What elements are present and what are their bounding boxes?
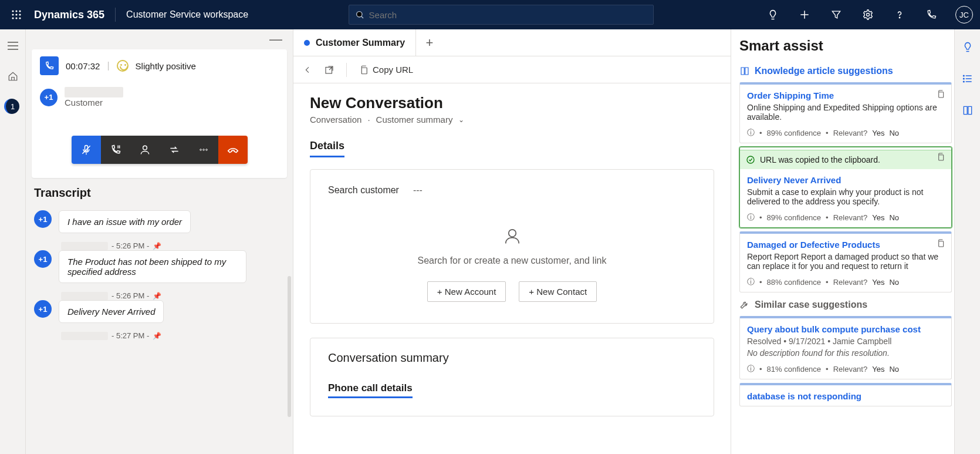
call-phone-icon xyxy=(40,56,59,75)
plus-icon[interactable] xyxy=(797,7,812,22)
hamburger-icon[interactable] xyxy=(5,38,21,54)
customer-search-panel: Search customer --- Search for or create… xyxy=(310,169,714,324)
kb-card[interactable]: Damaged or Defective Products Report Rep… xyxy=(739,231,952,292)
crumb-conversation: Conversation xyxy=(310,115,361,125)
phone-icon[interactable] xyxy=(924,7,939,22)
mute-button[interactable] xyxy=(72,136,101,164)
hold-button[interactable] xyxy=(101,136,130,164)
popout-button[interactable] xyxy=(324,65,334,75)
copy-icon[interactable] xyxy=(936,89,945,101)
case-title[interactable]: Query about bulk compute purchase cost xyxy=(747,324,944,334)
lightbulb-icon[interactable] xyxy=(765,7,780,22)
app-launcher-icon[interactable] xyxy=(7,5,26,24)
phone-call-details-tab[interactable]: Phone call details xyxy=(328,382,413,398)
person-icon xyxy=(503,227,521,245)
smart-assist-panel: Smart assist Knowledge article suggestio… xyxy=(731,29,954,454)
msg-text: Delivery Never Arrived xyxy=(59,300,164,323)
top-nav: Dynamics 365 Customer Service workspace … xyxy=(0,0,980,29)
kb-title[interactable]: Damaged or Defective Products xyxy=(747,240,944,250)
search-customer-value[interactable]: --- xyxy=(413,185,423,196)
case-card[interactable]: Query about bulk compute purchase cost R… xyxy=(739,316,952,379)
relevant-yes[interactable]: Yes xyxy=(872,278,884,287)
kb-desc: Report Report Report a damaged product s… xyxy=(747,252,944,271)
case-relevant-label: Relevant? xyxy=(833,365,868,374)
global-search[interactable] xyxy=(349,5,654,25)
transcript-message: +1 The Product has not been shipped to m… xyxy=(34,250,285,283)
pin-icon[interactable]: 📌 xyxy=(153,292,161,300)
customer-name-redacted xyxy=(65,87,123,97)
transfer-button[interactable] xyxy=(160,136,189,164)
transcript-message: +1 I have an issue with my order xyxy=(34,210,285,233)
info-icon[interactable]: ⓘ xyxy=(747,127,755,138)
gear-icon[interactable] xyxy=(860,7,876,22)
copy-icon[interactable] xyxy=(936,238,945,250)
svg-point-3 xyxy=(12,14,13,15)
filter-icon[interactable] xyxy=(829,7,844,22)
case-card[interactable]: database is not responding xyxy=(739,383,952,406)
kb-title[interactable]: Order Shipping Time xyxy=(747,90,944,100)
svg-rect-30 xyxy=(939,92,944,97)
knowledge-rail-icon[interactable] xyxy=(962,105,974,119)
relevant-yes[interactable]: Yes xyxy=(872,129,884,137)
info-icon[interactable]: ⓘ xyxy=(747,277,755,287)
list-rail-icon[interactable] xyxy=(962,73,974,87)
relevant-no[interactable]: No xyxy=(889,213,899,222)
tab-customer-summary[interactable]: Customer Summary xyxy=(293,29,415,56)
msg-text: I have an issue with my order xyxy=(59,210,191,233)
kb-title[interactable]: Delivery Never Arrived xyxy=(747,175,944,185)
back-button[interactable] xyxy=(303,65,312,75)
msg-time: - 5:27 PM - xyxy=(111,331,149,340)
chevron-down-icon[interactable]: ⌄ xyxy=(458,116,464,124)
svg-point-38 xyxy=(963,78,964,79)
scrollbar[interactable] xyxy=(288,276,291,417)
case-confidence: 81% confidence xyxy=(767,365,822,374)
relevant-no[interactable]: No xyxy=(889,278,899,287)
info-icon[interactable]: ⓘ xyxy=(747,212,755,223)
home-icon[interactable] xyxy=(5,68,21,85)
active-dot-icon xyxy=(304,40,310,46)
user-avatar[interactable]: JC xyxy=(955,6,973,23)
relevant-no[interactable]: No xyxy=(889,365,899,374)
session-badge[interactable]: 1 xyxy=(4,99,19,114)
minimize-icon[interactable]: — xyxy=(269,32,282,47)
more-button[interactable] xyxy=(189,136,218,164)
kb-card[interactable]: URL was copied to the clipboard. Deliver… xyxy=(739,147,952,228)
kb-card[interactable]: Order Shipping Time Online Shipping and … xyxy=(739,82,952,143)
breadcrumb: Conversation · Customer summary ⌄ xyxy=(310,115,714,125)
divider xyxy=(115,8,116,22)
svg-point-25 xyxy=(202,149,204,151)
consult-button[interactable] xyxy=(130,136,160,164)
svg-point-2 xyxy=(19,10,21,12)
kb-desc: Submit a case to explain why your produc… xyxy=(747,187,944,206)
search-input[interactable] xyxy=(369,10,647,20)
copy-url-button[interactable]: Copy URL xyxy=(359,65,413,75)
pin-icon[interactable]: 📌 xyxy=(153,242,161,250)
details-tab[interactable]: Details xyxy=(310,140,344,157)
new-account-button[interactable]: + New Account xyxy=(427,281,506,302)
copy-icon[interactable] xyxy=(936,152,945,164)
lightbulb-rail-icon[interactable] xyxy=(962,41,974,55)
conversation-panel: — 00:07:32 | Slightly positive +1 Custom… xyxy=(26,29,293,454)
kb-relevant-label: Relevant? xyxy=(833,129,868,137)
end-call-button[interactable] xyxy=(218,136,248,164)
relevant-yes[interactable]: Yes xyxy=(872,365,884,374)
case-desc: No description found for this resolution… xyxy=(747,348,944,358)
new-contact-button[interactable]: + New Contact xyxy=(519,281,597,302)
info-icon[interactable]: ⓘ xyxy=(747,364,755,374)
right-rail xyxy=(954,29,980,454)
add-tab-button[interactable]: + xyxy=(416,35,443,51)
svg-rect-32 xyxy=(939,155,944,160)
copy-url-label: Copy URL xyxy=(373,65,413,75)
crumb-customer-summary[interactable]: Customer summary xyxy=(376,115,453,125)
svg-point-39 xyxy=(963,81,964,82)
relevant-yes[interactable]: Yes xyxy=(872,213,884,222)
msg-avatar: +1 xyxy=(34,300,52,318)
svg-point-0 xyxy=(12,10,13,12)
case-title[interactable]: database is not responding xyxy=(747,391,944,401)
pin-icon[interactable]: 📌 xyxy=(153,332,161,340)
help-icon[interactable] xyxy=(892,7,907,22)
kb-confidence: 89% confidence xyxy=(767,129,822,137)
svg-point-1 xyxy=(15,10,17,12)
relevant-no[interactable]: No xyxy=(889,129,899,137)
customer-avatar: +1 xyxy=(40,89,58,106)
